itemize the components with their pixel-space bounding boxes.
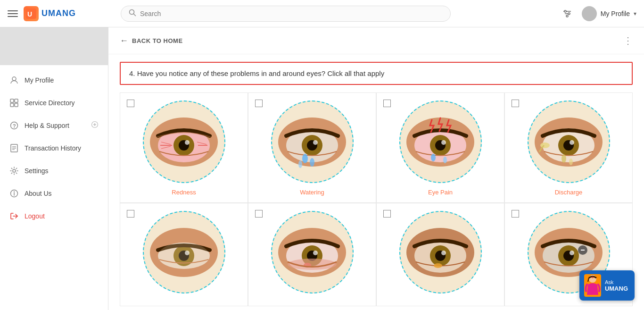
svg-point-29 (14, 191, 15, 192)
eye-option-7[interactable] (376, 203, 504, 306)
search-bar (121, 6, 451, 22)
main-container: My Profile Service Directory ? (0, 27, 644, 310)
eye-image-redness (143, 101, 225, 183)
sidebar-item-my-profile[interactable]: My Profile (0, 69, 108, 92)
svg-point-11 (586, 15, 593, 18)
checkbox-eye-pain[interactable] (383, 100, 391, 107)
ask-umang-text: Ask UMANG (605, 279, 628, 292)
content-area: ← BACK TO HOME ⋮ 4. Have you notice any … (108, 27, 644, 310)
svg-point-87 (570, 251, 574, 255)
search-icon (129, 9, 136, 18)
sidebar-item-about-us[interactable]: About Us (0, 182, 108, 205)
svg-point-53 (441, 140, 446, 145)
svg-rect-16 (15, 103, 18, 107)
header: U UMANG (0, 0, 644, 27)
checkbox-5[interactable] (127, 210, 134, 218)
eye-option-6[interactable] (248, 203, 376, 306)
svg-point-47 (310, 158, 314, 167)
svg-line-3 (134, 14, 136, 16)
logo-container: U UMANG (24, 6, 76, 21)
svg-point-63 (569, 159, 573, 165)
svg-point-60 (570, 140, 574, 145)
svg-point-9 (566, 15, 568, 17)
svg-point-62 (561, 154, 566, 163)
info-icon (9, 189, 19, 198)
svg-point-10 (587, 10, 591, 14)
header-right: My Profile ▾ (562, 6, 636, 21)
eye-option-discharge[interactable]: Discharge (504, 92, 633, 203)
sidebar-item-service-directory[interactable]: Service Directory (0, 92, 108, 114)
header-left: U UMANG (8, 6, 111, 21)
gear-icon (9, 166, 19, 176)
eye-image-7 (399, 211, 482, 293)
svg-point-69 (158, 243, 209, 269)
avatar (582, 6, 597, 21)
back-arrow-icon[interactable]: ← (120, 36, 128, 46)
svg-point-82 (434, 263, 442, 268)
filter-icon[interactable] (562, 8, 572, 19)
grid-icon (9, 98, 19, 108)
umang-mascot-icon (584, 274, 601, 297)
back-bar: ← BACK TO HOME ⋮ (108, 27, 644, 54)
svg-point-8 (568, 13, 570, 15)
svg-point-7 (564, 10, 566, 12)
sidebar-label-help-support: Help & Support (25, 122, 85, 129)
eye-option-eye-pain[interactable]: Eye Pain (376, 92, 504, 203)
svg-point-45 (313, 140, 318, 145)
svg-rect-15 (10, 103, 14, 107)
eye-label-redness: Redness (172, 189, 196, 196)
svg-point-55 (443, 157, 447, 163)
expand-icon (91, 121, 99, 130)
chevron-down-icon: ▾ (634, 10, 636, 17)
svg-text:?: ? (13, 123, 16, 129)
svg-point-54 (431, 154, 436, 161)
ask-umang-button[interactable]: Ask UMANG (579, 270, 635, 301)
profile-section[interactable]: My Profile ▾ (582, 6, 636, 21)
checkbox-discharge[interactable] (512, 100, 519, 107)
svg-point-48 (298, 160, 302, 168)
checkbox-7[interactable] (383, 210, 391, 218)
checkbox-8[interactable] (512, 210, 519, 218)
svg-point-91 (592, 277, 593, 278)
sidebar-item-transaction-history[interactable]: Transaction History (0, 137, 108, 159)
eye-image-watering (271, 101, 354, 183)
sidebar-item-logout[interactable]: Logout (0, 205, 108, 227)
eye-option-5[interactable] (120, 203, 248, 306)
help-icon: ? (9, 121, 19, 130)
sidebar-label-service-directory: Service Directory (25, 99, 99, 107)
eye-options-grid-row2 (120, 203, 633, 306)
receipt-icon (9, 143, 19, 153)
eye-label-discharge: Discharge (555, 189, 583, 196)
sidebar-label-my-profile: My Profile (25, 76, 99, 84)
sidebar-user-banner (0, 27, 108, 65)
sidebar-item-settings[interactable]: Settings (0, 159, 108, 182)
checkbox-6[interactable] (255, 210, 263, 218)
logo-icon: U (24, 6, 39, 21)
eye-label-watering: Watering (300, 189, 324, 196)
sidebar: My Profile Service Directory ? (0, 27, 108, 310)
sidebar-item-help-support[interactable]: ? Help & Support (0, 114, 108, 137)
more-options-icon[interactable]: ⋮ (623, 35, 633, 46)
hamburger-icon[interactable] (8, 8, 18, 19)
logo-text: UMANG (41, 8, 76, 18)
question-text: Have you notice any of these problems in… (137, 69, 384, 77)
svg-point-26 (13, 169, 16, 172)
checkbox-watering[interactable] (255, 100, 263, 107)
checkbox-redness[interactable] (127, 100, 134, 107)
sidebar-label-transaction-history: Transaction History (25, 144, 99, 152)
svg-rect-14 (15, 99, 18, 102)
eye-option-redness[interactable]: Redness (120, 92, 248, 203)
svg-point-81 (441, 251, 446, 255)
eye-image-eye-pain (399, 101, 482, 183)
eye-option-watering[interactable]: Watering (248, 92, 376, 203)
eye-image-6 (271, 211, 354, 293)
svg-point-74 (313, 251, 318, 255)
question-number: 4. (129, 69, 135, 77)
user-icon (9, 75, 19, 85)
svg-text:U: U (27, 10, 32, 18)
question-banner: 4. Have you notice any of these problems… (120, 62, 633, 85)
search-input[interactable] (140, 10, 443, 17)
eye-image-5 (143, 211, 225, 293)
svg-point-35 (185, 140, 190, 145)
back-label[interactable]: BACK TO HOME (132, 37, 183, 44)
